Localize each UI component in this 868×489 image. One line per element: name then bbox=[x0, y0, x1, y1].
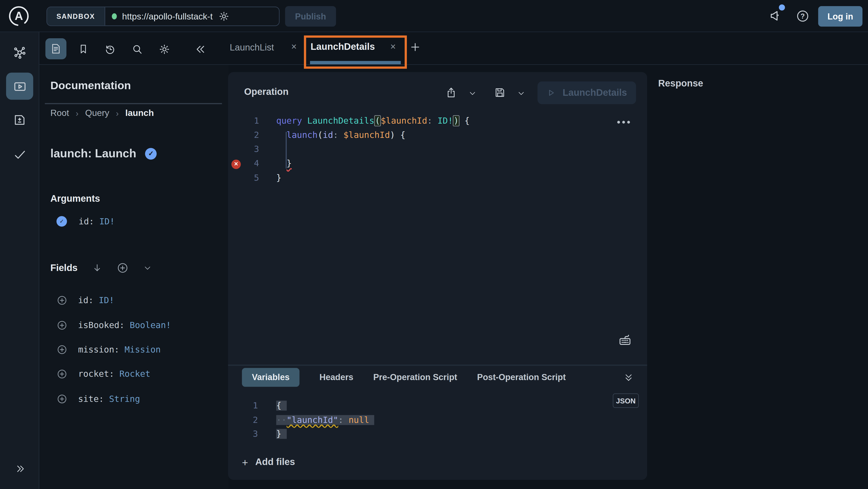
operation-card: Operation LaunchDetail bbox=[228, 72, 647, 480]
sidebar-item-changelog[interactable] bbox=[0, 113, 39, 127]
new-tab-button[interactable] bbox=[409, 41, 421, 53]
breadcrumb-sep: › bbox=[76, 109, 79, 118]
close-icon: × bbox=[291, 42, 297, 53]
apollo-studio-app: A SANDBOX https://apollo-fullstack-t Pub… bbox=[0, 0, 868, 489]
code-line[interactable]: 2··"launchId": null bbox=[232, 413, 609, 427]
argument-check-badge[interactable]: ✓ bbox=[57, 216, 67, 227]
field-type[interactable]: Mission bbox=[125, 345, 161, 354]
fields-header: Fields bbox=[51, 262, 152, 274]
sidebar-item-schema[interactable] bbox=[0, 46, 39, 59]
login-button[interactable]: Log in bbox=[818, 6, 863, 27]
tab-launchlist[interactable]: LaunchList bbox=[230, 32, 274, 62]
sidebar-item-explorer[interactable] bbox=[6, 73, 33, 100]
code-line[interactable]: 3} bbox=[232, 427, 609, 442]
help-icon[interactable]: ? bbox=[796, 9, 809, 23]
arrow-down-icon[interactable] bbox=[92, 263, 103, 273]
screen: A SANDBOX https://apollo-fullstack-t Pub… bbox=[0, 0, 868, 489]
line-number: 2 bbox=[232, 413, 258, 427]
plus-circle-icon[interactable] bbox=[57, 393, 68, 404]
keyboard-shortcuts-icon[interactable] bbox=[618, 333, 632, 347]
tab-post-operation-script[interactable]: Post-Operation Script bbox=[477, 372, 566, 382]
overflow-menu-icon[interactable] bbox=[617, 121, 630, 124]
breadcrumb-sep: › bbox=[116, 109, 119, 118]
plus-circle-icon[interactable] bbox=[57, 369, 68, 380]
share-icon[interactable] bbox=[445, 86, 457, 99]
divider bbox=[45, 103, 222, 104]
documentation-panel: Documentation Root › Query › launch laun… bbox=[39, 65, 229, 489]
line-number: 1 bbox=[232, 399, 258, 413]
run-operation-button[interactable]: LaunchDetails bbox=[537, 82, 636, 104]
plus-circle-icon[interactable] bbox=[57, 319, 68, 330]
field-heading: launch: Launch ✓ bbox=[51, 147, 157, 160]
line-number: 3 bbox=[232, 427, 258, 442]
line-number: 5 bbox=[232, 171, 259, 185]
history-icon[interactable] bbox=[104, 43, 116, 55]
chevron-down-icon[interactable] bbox=[143, 263, 152, 273]
breadcrumb-current: launch bbox=[125, 108, 154, 118]
document-icon bbox=[50, 42, 62, 55]
add-files-button[interactable]: + Add files bbox=[242, 457, 295, 468]
code-line[interactable]: 4 }✕ bbox=[232, 157, 631, 171]
plus-circle-icon[interactable] bbox=[57, 344, 68, 355]
breadcrumb-query[interactable]: Query bbox=[85, 108, 109, 118]
tab-pre-operation-script[interactable]: Pre-Operation Script bbox=[373, 372, 457, 382]
expand-sidebar-button[interactable] bbox=[0, 463, 39, 474]
field-type[interactable]: Boolean! bbox=[130, 320, 171, 330]
selected-check-badge[interactable]: ✓ bbox=[145, 148, 157, 159]
line-number: 1 bbox=[232, 114, 259, 128]
field-row-site[interactable]: site: String bbox=[57, 386, 171, 411]
sidebar-item-checks[interactable] bbox=[0, 147, 39, 162]
code-line[interactable]: 5} bbox=[232, 171, 631, 185]
sandbox-badge[interactable]: SANDBOX bbox=[47, 7, 105, 26]
settings-gear-icon[interactable] bbox=[158, 43, 170, 55]
variables-editor[interactable]: 1{ 2··"launchId": null 3} bbox=[232, 399, 609, 442]
field-type[interactable]: String bbox=[109, 394, 140, 404]
divider bbox=[228, 365, 647, 366]
apollo-logo[interactable]: A bbox=[8, 5, 30, 27]
field-row-isbooked[interactable]: isBooked: Boolean! bbox=[57, 313, 171, 337]
tab-headers[interactable]: Headers bbox=[319, 372, 353, 382]
field-row-id[interactable]: id: ID! bbox=[57, 288, 171, 313]
tab-variables[interactable]: Variables bbox=[242, 368, 300, 387]
field-row-mission[interactable]: mission: Mission bbox=[57, 337, 171, 362]
save-icon[interactable] bbox=[494, 86, 506, 99]
collapse-panel-icon[interactable] bbox=[194, 43, 207, 55]
fields-title: Fields bbox=[51, 262, 78, 274]
search-icon[interactable] bbox=[131, 43, 144, 55]
publish-button[interactable]: Publish bbox=[285, 6, 336, 27]
save-chevron-down-icon[interactable] bbox=[517, 89, 525, 97]
megaphone-icon[interactable] bbox=[768, 9, 783, 23]
field-type[interactable]: ID! bbox=[99, 295, 115, 306]
line-number: 2 bbox=[232, 128, 259, 143]
endpoint-url-input[interactable]: https://apollo-fullstack-t bbox=[122, 11, 213, 21]
breadcrumb: Root › Query › launch bbox=[51, 108, 154, 118]
run-label: LaunchDetails bbox=[563, 87, 627, 98]
code-line[interactable]: 1query LaunchDetails($launchId: ID!) { bbox=[232, 114, 631, 128]
argument-name: id: bbox=[79, 217, 94, 226]
code-line[interactable]: 2 launch(id: $launchId) { bbox=[232, 128, 631, 143]
field-row-rocket[interactable]: rocket: Rocket bbox=[57, 362, 171, 387]
login-label: Log in bbox=[828, 11, 853, 21]
argument-type[interactable]: ID! bbox=[99, 217, 115, 226]
topbar: A SANDBOX https://apollo-fullstack-t Pub… bbox=[0, 0, 868, 32]
double-chevron-right-icon bbox=[14, 463, 25, 474]
endpoint-bar[interactable]: SANDBOX https://apollo-fullstack-t bbox=[46, 6, 280, 26]
bookmark-icon[interactable] bbox=[78, 43, 89, 55]
collapse-pane-double-chevron-down-icon[interactable] bbox=[623, 372, 634, 383]
share-chevron-down-icon[interactable] bbox=[468, 89, 477, 97]
plus-circle-icon[interactable] bbox=[57, 295, 68, 306]
docs-tool-documentation[interactable] bbox=[45, 38, 66, 59]
code-line[interactable]: 3 bbox=[232, 143, 631, 157]
breadcrumb-root[interactable]: Root bbox=[51, 108, 69, 118]
connection-settings-gear-icon[interactable] bbox=[218, 11, 230, 22]
operation-editor[interactable]: 1query LaunchDetails($launchId: ID!) {2 … bbox=[232, 114, 631, 185]
notification-dot bbox=[779, 4, 785, 11]
error-icon[interactable]: ✕ bbox=[231, 160, 241, 169]
changelog-icon bbox=[13, 113, 27, 127]
tab-launchlist-close[interactable]: × bbox=[291, 32, 297, 62]
add-all-fields-icon[interactable] bbox=[117, 262, 128, 274]
argument-row[interactable]: ✓ id: ID! bbox=[57, 216, 115, 227]
add-files-label: Add files bbox=[255, 457, 295, 468]
field-type[interactable]: Rocket bbox=[119, 369, 150, 379]
code-line[interactable]: 1{ bbox=[232, 399, 609, 413]
